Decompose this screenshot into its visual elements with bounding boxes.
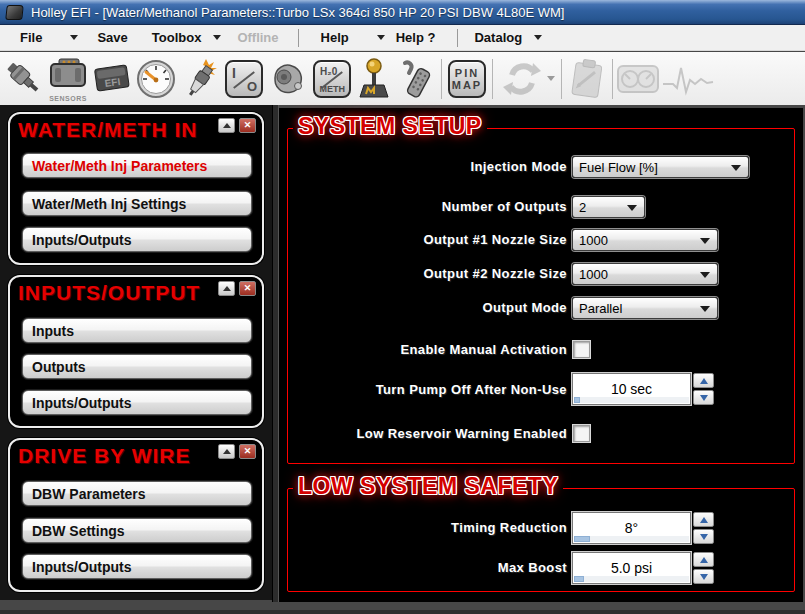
sensors-button[interactable]: SENSORS xyxy=(46,55,90,103)
sidebar-item-dbw-parameters[interactable]: DBW Parameters xyxy=(22,481,252,506)
menu-help-question[interactable]: Help ? xyxy=(394,27,438,48)
sidebar-item-inputs[interactable]: Inputs xyxy=(22,318,252,343)
sidebar-item-water-meth-inj-settings[interactable]: Water/Meth Inj Settings xyxy=(22,191,252,216)
app-icon xyxy=(5,5,24,20)
menu-offline: Offline xyxy=(235,27,280,48)
arrow-up-icon xyxy=(700,557,708,563)
arrow-down-icon xyxy=(700,395,708,401)
collapse-icon[interactable] xyxy=(218,281,235,296)
spin-up-button[interactable] xyxy=(693,512,714,527)
section-title-system-setup: SYSTEM SETUP xyxy=(293,113,487,140)
spin-down-button[interactable] xyxy=(693,529,714,544)
sidebar: WATER/METH IN ✕ Water/Meth Inj Parameter… xyxy=(0,105,272,600)
shifter-icon xyxy=(356,57,392,101)
spin-up-button[interactable] xyxy=(693,373,714,388)
field-label: Number of Outputs xyxy=(279,199,567,214)
harness-button[interactable] xyxy=(394,55,438,103)
low-reservoir-warning-checkbox[interactable] xyxy=(573,425,590,442)
chevron-down-icon xyxy=(731,165,741,171)
timing-reduction-input[interactable]: 8° xyxy=(572,512,691,544)
spinner-track[interactable] xyxy=(574,536,689,542)
injector-icon xyxy=(3,57,45,101)
collapse-icon[interactable] xyxy=(218,118,235,133)
shifter-button[interactable] xyxy=(354,55,394,103)
menu-file[interactable]: File xyxy=(18,27,78,48)
enable-manual-activation-checkbox[interactable] xyxy=(573,341,590,358)
sidebar-item-inputs-outputs[interactable]: Inputs/Outputs xyxy=(22,227,252,252)
h2o-meth-button[interactable]: H₂0 METH xyxy=(310,55,354,103)
efi-module-button[interactable]: EFI xyxy=(90,55,134,103)
section-title-low-system-safety: LOW SYSTEM SAFETY xyxy=(293,473,563,500)
gauge-button[interactable] xyxy=(134,55,178,103)
sidebar-item-water-meth-inj-parameters[interactable]: Water/Meth Inj Parameters xyxy=(22,153,252,178)
injector-button[interactable] xyxy=(2,55,46,103)
menu-help[interactable]: Help xyxy=(319,27,385,48)
heartbeat-icon xyxy=(661,62,715,96)
pump-off-after-input[interactable]: 10 sec xyxy=(572,373,691,405)
window-title: Holley EFI - [Water/Methanol Parameters:… xyxy=(31,5,564,20)
max-boost-input[interactable]: 5.0 psi xyxy=(572,552,691,584)
spinner-track[interactable] xyxy=(574,576,689,582)
io-icon: I O xyxy=(225,60,263,98)
toolbar-separator xyxy=(441,59,442,99)
sync-icon xyxy=(500,57,544,101)
spinner-track[interactable] xyxy=(574,397,689,403)
field-label: Injection Mode xyxy=(279,159,567,174)
output2-nozzle-select[interactable]: 1000 xyxy=(572,263,718,285)
menu-bar: File Save Toolbox Offline Help Help ? Da… xyxy=(0,25,805,51)
spin-up-button[interactable] xyxy=(693,552,714,567)
toolbar: SENSORS EFI xyxy=(0,52,805,105)
pump-button[interactable] xyxy=(266,55,310,103)
field-label: Enable Manual Activation xyxy=(279,342,567,357)
notes-button xyxy=(565,55,609,103)
sensors-icon xyxy=(47,58,89,92)
spinner-thumb[interactable] xyxy=(574,397,580,403)
chevron-down-icon xyxy=(534,35,542,40)
spinner-thumb[interactable] xyxy=(574,536,590,542)
chevron-down-icon xyxy=(547,76,555,81)
sidebar-item-outputs[interactable]: Outputs xyxy=(22,354,252,379)
output-mode-select[interactable]: Parallel xyxy=(572,297,718,319)
pump-off-after-spinner: 10 sec xyxy=(572,373,714,405)
spinner-thumb[interactable] xyxy=(574,576,584,582)
io-button[interactable]: I O xyxy=(222,55,266,103)
sidebar-item-inputs-outputs[interactable]: Inputs/Outputs xyxy=(22,554,252,579)
spark-plug-icon xyxy=(179,57,221,101)
gauges-icon xyxy=(616,62,660,96)
datalog-monitor-button xyxy=(660,55,716,103)
menu-toolbox[interactable]: Toolbox xyxy=(150,27,222,48)
number-of-outputs-select[interactable]: 2 xyxy=(572,196,645,218)
spin-down-button[interactable] xyxy=(693,390,714,405)
toolbar-separator xyxy=(492,59,493,99)
close-icon[interactable]: ✕ xyxy=(239,118,256,133)
timing-reduction-spinner: 8° xyxy=(572,512,714,544)
field-label: Output #1 Nozzle Size xyxy=(279,232,567,247)
spin-down-button[interactable] xyxy=(693,569,714,584)
panel-inputs-outputs: INPUTS/OUTPUT ✕ Inputs Outputs Inputs/Ou… xyxy=(8,275,264,428)
close-icon[interactable]: ✕ xyxy=(239,281,256,296)
panel-title: DRIVE BY WIRE xyxy=(18,444,214,468)
pump-icon xyxy=(267,58,309,100)
menu-datalog[interactable]: Datalog xyxy=(472,27,542,48)
chevron-down-icon xyxy=(70,35,78,40)
arrow-down-icon xyxy=(700,574,708,580)
menu-save[interactable]: Save xyxy=(95,27,129,48)
chevron-down-icon xyxy=(700,272,710,278)
panel-title: INPUTS/OUTPUT xyxy=(18,281,214,305)
pin-map-button[interactable]: PIN MAP xyxy=(445,55,489,103)
output1-nozzle-select[interactable]: 1000 xyxy=(572,229,718,251)
close-icon[interactable]: ✕ xyxy=(239,444,256,459)
sidebar-item-dbw-settings[interactable]: DBW Settings xyxy=(22,518,252,543)
clipboard-icon xyxy=(566,57,608,101)
main-panel: SYSTEM SETUP Injection Mode Fuel Flow [%… xyxy=(279,108,803,602)
low-system-safety-box xyxy=(287,488,795,592)
svg-text:EFI: EFI xyxy=(104,75,121,88)
chevron-down-icon xyxy=(377,35,385,40)
injection-mode-select[interactable]: Fuel Flow [%] xyxy=(572,156,749,178)
sync-button xyxy=(496,55,558,103)
spark-plug-button[interactable] xyxy=(178,55,222,103)
collapse-icon[interactable] xyxy=(218,444,235,459)
sidebar-item-inputs-outputs[interactable]: Inputs/Outputs xyxy=(22,390,252,415)
pane-divider[interactable] xyxy=(272,105,279,602)
harness-icon xyxy=(395,57,437,101)
